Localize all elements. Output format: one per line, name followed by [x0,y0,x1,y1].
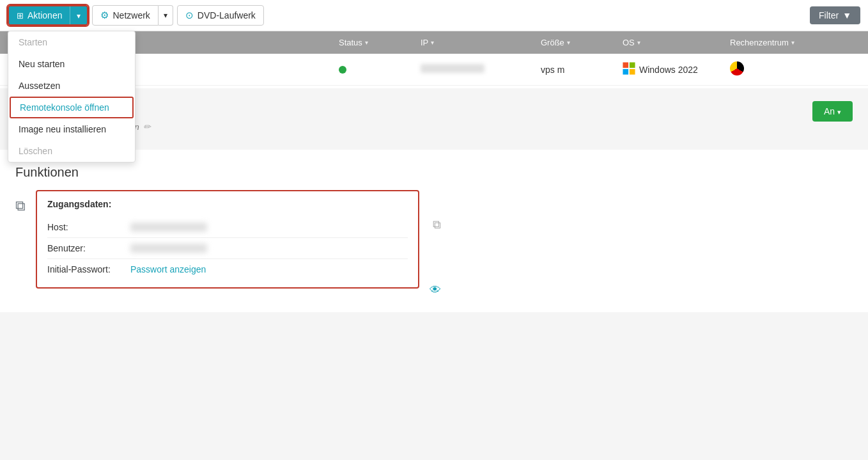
zugangsdaten-box: Zugangsdaten: Host: Benutzer: Initial-Pa… [36,190,419,289]
filter-button[interactable]: Filter ▼ [810,6,860,24]
col-os[interactable]: OS ▾ [623,38,725,47]
passwort-field-row: Initial-Passwort: Passwort anzeigen [47,259,408,280]
power-button[interactable]: An [812,101,853,122]
svg-rect-2 [623,69,628,75]
col-groesse[interactable]: Größe ▾ [541,38,617,47]
benutzer-field-row: Benutzer: [47,238,408,259]
netzwerk-label: Netzwerk [112,10,150,20]
row-datacenter [730,61,858,77]
show-password-button[interactable]: 👁 [430,283,441,297]
aktionen-arrow[interactable] [70,6,87,24]
toolbar: ⊞ Aktionen ⚙ Netzwerk ▾ ⊙ DVD-Laufwerk F… [0,0,868,31]
passwort-anzeigen-link[interactable]: Passwort anzeigen [130,264,206,274]
status-sort-icon: ▾ [365,39,368,46]
dropdown-item-aussetzen[interactable]: Aussetzen [8,75,135,97]
filter-icon: ▼ [842,10,851,20]
netzwerk-icon: ⚙ [100,10,109,21]
netzwerk-arrow-button[interactable]: ▾ [159,5,173,26]
flag-de-icon [730,61,744,75]
power-button-label: An [824,106,835,116]
col-ip[interactable]: IP ▾ [421,38,536,47]
svg-rect-1 [630,62,635,68]
host-field-row: Host: [47,217,408,238]
aktionen-label: Aktionen [27,10,62,20]
dropdown-item-remotekonsole[interactable]: Remotekonsole öffnen [10,97,134,118]
col-rechenzentrum[interactable]: Rechenzentrum ▾ [730,38,858,47]
dropdown-item-image[interactable]: Image neu installieren [8,118,135,140]
host-label: Host: [47,222,130,232]
aktionen-dropdown: Starten Neu starten Aussetzen Remotekons… [8,31,136,163]
os-name: Windows 2022 [639,65,698,75]
dvd-button[interactable]: ⊙ DVD-Laufwerk [177,5,264,26]
funktionen-title: Funktionen [15,165,853,180]
row-os: Windows 2022 [623,62,725,77]
grid-icon: ⊞ [17,11,24,20]
dropdown-item-neu-starten[interactable]: Neu starten [8,53,135,75]
status-indicator [339,66,346,74]
copy-host-button[interactable]: ⧉ [433,218,441,232]
aktionen-button[interactable]: ⊞ Aktionen [8,5,88,26]
row-ip [421,64,536,75]
windows-icon [623,62,635,77]
action-buttons-right: ⧉ ⧉ 👁 [430,218,441,297]
svg-rect-0 [623,62,628,68]
funktionen-section: Funktionen ⧉ Zugangsdaten: Host: Benutze… [0,150,868,312]
os-sort-icon: ▾ [637,39,640,46]
row-size: vps m [541,65,617,75]
benutzer-value [130,244,207,253]
ip-value [421,64,484,73]
filter-label: Filter [819,10,839,20]
copy-outer-icon[interactable]: ⧉ [15,198,26,214]
groesse-sort-icon: ▾ [567,39,570,46]
benutzer-label: Benutzer: [47,243,130,253]
col-status[interactable]: Status ▾ [339,38,415,47]
passwort-label: Initial-Passwort: [47,264,130,274]
host-value [130,223,207,232]
dvd-label: DVD-Laufwerk [198,10,256,20]
aktionen-button-group: ⊞ Aktionen [8,5,88,26]
description-edit-icon[interactable]: ✏ [143,122,151,132]
svg-rect-3 [630,69,635,75]
power-button-arrow [837,106,841,116]
netzwerk-button-group: ⚙ Netzwerk ▾ [92,5,173,26]
rechenzentrum-sort-icon: ▾ [791,39,794,46]
row-status [339,66,415,74]
dvd-icon: ⊙ [185,10,194,21]
dropdown-item-starten[interactable]: Starten [8,31,135,53]
ip-sort-icon: ▾ [431,39,434,46]
netzwerk-button[interactable]: ⚙ Netzwerk [92,5,158,26]
zugangsdaten-title: Zugangsdaten: [47,199,408,209]
dropdown-item-loeschen[interactable]: Löschen [8,140,135,162]
zugangsdaten-row: ⧉ Zugangsdaten: Host: Benutzer: Initial-… [15,190,853,297]
